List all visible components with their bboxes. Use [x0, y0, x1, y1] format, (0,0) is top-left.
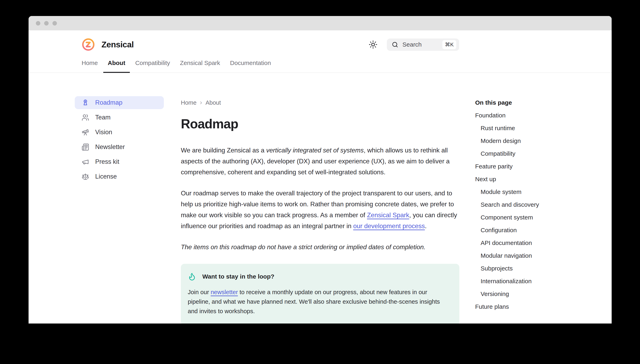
- brand-name: Zensical: [102, 40, 134, 50]
- roadmap-note: The items on this roadmap do not have a …: [181, 242, 459, 252]
- newsletter-link[interactable]: newsletter: [211, 289, 238, 295]
- flame-icon: [188, 272, 196, 281]
- toc-item[interactable]: Modern design: [475, 138, 597, 144]
- sidebar-item-label: Newsletter: [95, 143, 125, 150]
- megaphone-icon: [82, 158, 89, 166]
- main-nav: Home About Compatibility Zensical Spark …: [82, 60, 612, 72]
- callout-body: Join our newsletter to receive a monthly…: [188, 287, 450, 316]
- theme-toggle-button[interactable]: [369, 40, 377, 49]
- window-zoom-button[interactable]: [53, 21, 57, 26]
- on-this-page: On this page Foundation Rust runtime Mod…: [475, 99, 597, 310]
- sidebar-item-roadmap[interactable]: Roadmap: [75, 96, 164, 109]
- map-pin-icon: [82, 99, 89, 106]
- toc-item[interactable]: Module system: [475, 188, 597, 195]
- text-run: We are building Zensical as a: [181, 146, 266, 154]
- toc-item[interactable]: Subprojects: [475, 265, 597, 272]
- sun-icon: [369, 40, 377, 49]
- sidebar-item-label: Press kit: [95, 158, 119, 166]
- toc-item[interactable]: Modular navigation: [475, 252, 597, 259]
- nav-tab-zensical-spark[interactable]: Zensical Spark: [180, 60, 220, 72]
- zensical-spark-link[interactable]: Zensical Spark: [367, 211, 409, 219]
- scale-icon: [82, 173, 89, 180]
- sidebar-item-label: Team: [95, 114, 111, 121]
- search-icon: [392, 41, 398, 48]
- search-input[interactable]: Search ⌘K: [387, 38, 459, 51]
- toc-item[interactable]: Configuration: [475, 227, 597, 234]
- callout-title: Want to stay in the loop?: [202, 273, 274, 280]
- chevron-right-icon: ›: [200, 99, 202, 106]
- search-shortcut-badge: ⌘K: [442, 40, 456, 49]
- toc-title: On this page: [475, 99, 597, 106]
- sidebar-item-press-kit[interactable]: Press kit: [75, 155, 164, 168]
- telescope-icon: [82, 128, 89, 136]
- window-titlebar[interactable]: [29, 16, 612, 30]
- sidebar-item-license[interactable]: License: [75, 170, 164, 183]
- toc-list: Foundation Rust runtime Modern design Co…: [475, 112, 597, 310]
- sidebar-item-vision[interactable]: Vision: [75, 126, 164, 139]
- nav-tab-home[interactable]: Home: [82, 60, 98, 72]
- text-run: .: [425, 222, 427, 230]
- emphasis-text: vertically integrated set of systems: [266, 146, 364, 154]
- window-close-button[interactable]: [36, 21, 40, 26]
- sidebar-item-team[interactable]: Team: [75, 111, 164, 124]
- toc-item[interactable]: Future plans: [475, 303, 597, 310]
- breadcrumb-home[interactable]: Home: [181, 100, 197, 106]
- window-minimize-button[interactable]: [44, 21, 49, 26]
- toc-item[interactable]: Foundation: [475, 112, 597, 119]
- section-sidebar: Roadmap Team Vision Newsletter Press kit…: [75, 96, 164, 183]
- toc-item[interactable]: Compatibility: [475, 150, 597, 157]
- browser-window: Zensical Search ⌘K Home About Compatibil…: [29, 16, 612, 324]
- newspaper-icon: [82, 143, 89, 151]
- toc-item[interactable]: Rust runtime: [475, 125, 597, 132]
- breadcrumb: Home › About: [181, 99, 459, 106]
- toc-item[interactable]: Next up: [475, 176, 597, 182]
- toc-item[interactable]: Search and discovery: [475, 201, 597, 208]
- sidebar-item-label: Roadmap: [95, 99, 122, 106]
- nav-tab-compatibility[interactable]: Compatibility: [135, 60, 170, 72]
- page-title: Roadmap: [181, 116, 459, 132]
- users-icon: [82, 114, 89, 121]
- toc-item[interactable]: Feature parity: [475, 163, 597, 170]
- sidebar-item-label: License: [95, 173, 117, 180]
- toc-item[interactable]: API documentation: [475, 240, 597, 246]
- zensical-logo-icon: [82, 38, 95, 51]
- toc-item[interactable]: Internationalization: [475, 278, 597, 285]
- search-placeholder: Search: [402, 41, 422, 48]
- page-content: Roadmap Team Vision Newsletter Press kit…: [29, 73, 612, 324]
- brand[interactable]: Zensical: [82, 38, 134, 51]
- breadcrumb-about[interactable]: About: [206, 100, 221, 106]
- toc-item[interactable]: Component system: [475, 214, 597, 221]
- sidebar-item-label: Vision: [95, 128, 112, 136]
- article: Home › About Roadmap We are building Zen…: [181, 99, 459, 324]
- site-header: Zensical Search ⌘K Home About Compatibil…: [29, 30, 612, 73]
- nav-tab-documentation[interactable]: Documentation: [230, 60, 271, 72]
- paragraph-2: Our roadmap serves to make the overall t…: [181, 188, 459, 232]
- toc-item[interactable]: Versioning: [475, 290, 597, 298]
- text-run: Join our: [188, 289, 211, 295]
- paragraph-1: We are building Zensical as a vertically…: [181, 145, 459, 178]
- sidebar-item-newsletter[interactable]: Newsletter: [75, 140, 164, 154]
- newsletter-callout: Want to stay in the loop? Join our newsl…: [181, 264, 459, 324]
- development-process-link[interactable]: our development process: [353, 222, 425, 230]
- nav-tab-about[interactable]: About: [108, 60, 125, 72]
